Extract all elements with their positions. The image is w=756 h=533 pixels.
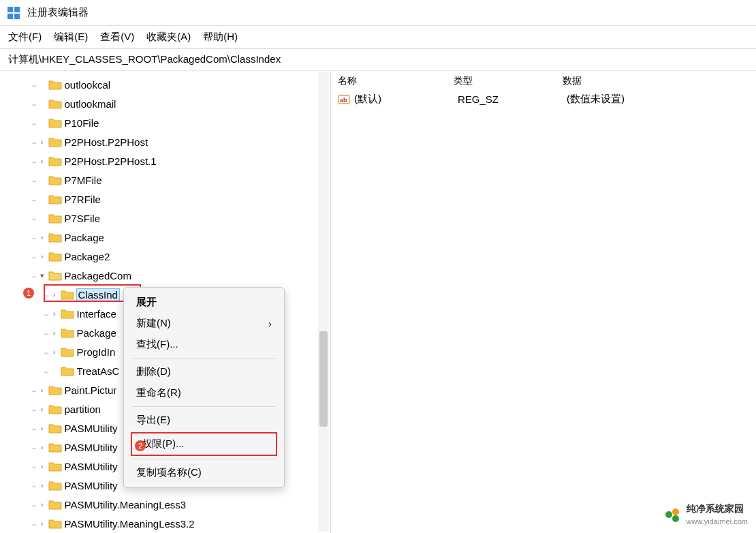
svg-rect-1 — [14, 7, 20, 12]
folder-icon — [48, 480, 62, 491]
context-menu-item[interactable]: 展开 — [127, 292, 281, 313]
tree-node[interactable]: ···▾PackagedCom — [0, 266, 330, 285]
tree-guide: ··· — [31, 155, 36, 167]
app-title: 注册表编辑器 — [27, 6, 89, 19]
expand-icon[interactable]: › — [37, 519, 47, 528]
tree-node[interactable]: ···P7RFile — [0, 189, 330, 209]
tree-node[interactable]: ···P7MFile — [0, 170, 330, 189]
tree-label: Paint.Pictur — [65, 384, 117, 396]
expand-icon[interactable]: › — [37, 500, 47, 508]
svg-point-6 — [665, 511, 672, 518]
folder-icon — [48, 79, 62, 90]
tree-guide: ··· — [44, 346, 48, 358]
annotation-badge-2: 2 — [135, 440, 146, 451]
expand-icon[interactable]: › — [37, 157, 47, 165]
tree-node[interactable]: ···›PASMUtility.MeaningLess3 — [0, 495, 330, 514]
menu-file[interactable]: 文件(F) — [8, 31, 42, 44]
tree-label: P7SFile — [65, 213, 101, 224]
tree-node[interactable]: ···›P2PHost.P2PHost — [0, 132, 330, 151]
tree-node[interactable]: ···P10File — [0, 113, 330, 132]
expand-icon[interactable]: › — [37, 443, 47, 451]
menu-edit[interactable]: 编辑(E) — [54, 31, 88, 44]
tree-label: PASMUtility.MeaningLess3 — [65, 499, 187, 511]
tree-node[interactable]: ···›Package — [0, 228, 330, 247]
tree-node[interactable]: ···outlookmail — [0, 94, 330, 113]
tree-guide: ··· — [31, 232, 36, 243]
value-data: (数值未设置) — [567, 93, 749, 106]
tree-label: P2PHost.P2PHost — [65, 136, 148, 148]
tree-label: PackagedCom — [65, 270, 131, 281]
scroll-thumb[interactable] — [319, 331, 328, 427]
svg-text:ab: ab — [340, 97, 347, 104]
content: ···outlookcal···outlookmail···P10File···… — [0, 71, 756, 533]
expand-icon[interactable]: › — [50, 348, 59, 356]
value-name: (默认) — [354, 93, 458, 106]
expand-icon[interactable]: › — [50, 309, 59, 318]
context-menu-label: 新建(N) — [136, 317, 171, 330]
tree-guide: ··· — [31, 98, 36, 110]
title-bar: 注册表编辑器 — [0, 0, 756, 26]
tree-label: P10File — [65, 117, 99, 129]
tree-node[interactable]: ···P7SFile — [0, 209, 330, 228]
list-header: 名称 类型 数据 — [331, 75, 756, 90]
col-name-header[interactable]: 名称 — [338, 75, 454, 87]
app-icon — [7, 6, 20, 20]
svg-point-7 — [672, 508, 679, 515]
folder-icon — [48, 98, 62, 109]
expand-icon[interactable]: › — [37, 424, 47, 432]
address-text: 计算机\HKEY_CLASSES_ROOT\PackagedCom\ClassI… — [8, 53, 281, 66]
folder-icon — [48, 423, 62, 433]
context-menu-separator — [132, 459, 276, 459]
submenu-arrow-icon: › — [268, 318, 272, 329]
context-menu-separator — [132, 358, 276, 359]
folder-icon — [48, 213, 62, 224]
expand-icon[interactable]: › — [37, 386, 47, 394]
folder-icon — [48, 461, 62, 472]
tree-guide: ··· — [31, 270, 36, 281]
context-menu-label: 删除(D) — [136, 365, 171, 378]
menu-view[interactable]: 查看(V) — [100, 31, 134, 44]
address-bar[interactable]: 计算机\HKEY_CLASSES_ROOT\PackagedCom\ClassI… — [0, 49, 756, 71]
col-data-header[interactable]: 数据 — [563, 75, 749, 87]
context-menu-item[interactable]: 查找(F)... — [127, 334, 281, 355]
context-menu-item[interactable]: 新建(N)› — [127, 313, 281, 334]
expand-icon[interactable]: ▾ — [37, 271, 47, 280]
expand-icon[interactable]: › — [37, 481, 47, 489]
expand-icon[interactable]: › — [50, 329, 59, 337]
tree-guide: ··· — [31, 499, 36, 511]
value-type: REG_SZ — [458, 93, 567, 105]
value-row[interactable]: ab (默认) REG_SZ (数值未设置) — [331, 90, 756, 108]
folder-icon — [61, 365, 74, 376]
expand-icon[interactable]: › — [37, 233, 47, 241]
expand-icon[interactable]: › — [37, 138, 47, 146]
context-menu-item[interactable]: 重命名(R) — [127, 382, 281, 403]
tree-node[interactable]: ···›PASMUtility.MeaningLess3.2 — [0, 514, 330, 533]
context-menu-item[interactable]: 复制项名称(C) — [127, 462, 281, 483]
tree-guide: ··· — [44, 327, 48, 339]
expand-icon[interactable]: › — [37, 252, 47, 260]
folder-icon — [48, 174, 62, 185]
tree-node[interactable]: ···›P2PHost.P2PHost.1 — [0, 151, 330, 170]
values-panel: 名称 类型 数据 ab (默认) REG_SZ (数值未设置) — [331, 71, 756, 533]
menu-help[interactable]: 帮助(H) — [203, 31, 238, 44]
svg-point-8 — [672, 515, 679, 522]
tree-scrollbar[interactable] — [318, 72, 329, 532]
tree-node[interactable]: ···outlookcal — [0, 75, 330, 94]
tree-node[interactable]: ···›Package2 — [0, 247, 330, 266]
context-menu: 展开新建(N)›查找(F)...删除(D)重命名(R)导出(E)权限(P)...… — [123, 287, 285, 488]
tree-guide: ··· — [31, 480, 36, 491]
context-menu-item[interactable]: 权限(P)... — [131, 432, 277, 456]
tree-guide: ··· — [44, 365, 48, 377]
context-menu-item[interactable]: 删除(D) — [127, 361, 281, 382]
col-type-header[interactable]: 类型 — [454, 75, 563, 87]
folder-icon — [61, 308, 74, 319]
annotation-badge-1: 1 — [23, 288, 34, 299]
tree-label: outlookcal — [65, 79, 111, 91]
tree-label: PASMUtility — [65, 480, 118, 491]
context-menu-separator — [132, 406, 276, 407]
watermark: 纯净系统家园 www.yidaimei.com — [663, 503, 748, 526]
expand-icon[interactable]: › — [37, 462, 47, 470]
menu-fav[interactable]: 收藏夹(A) — [146, 31, 191, 44]
context-menu-item[interactable]: 导出(E) — [127, 410, 281, 431]
expand-icon[interactable]: › — [37, 405, 47, 413]
